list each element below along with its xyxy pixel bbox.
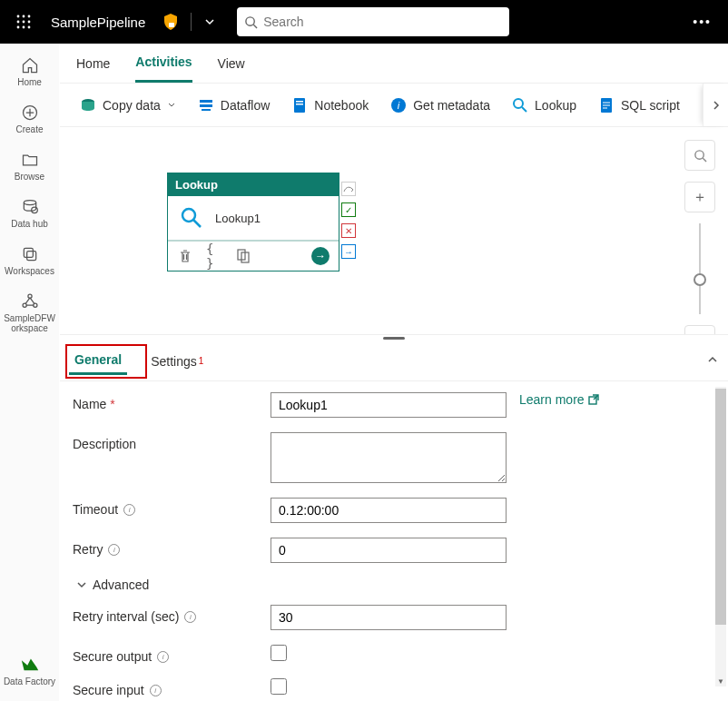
secure-output-checkbox[interactable] [271, 645, 287, 661]
nav-home[interactable]: Home [0, 54, 59, 89]
toolbar-copy-data[interactable]: Copy data [71, 93, 185, 118]
description-input[interactable] [271, 432, 507, 483]
collapse-panel-icon[interactable] [706, 353, 719, 369]
zoom-out-icon[interactable]: － [684, 325, 715, 334]
svg-rect-24 [296, 101, 303, 103]
toolbar-get-metadata[interactable]: i Get metadata [381, 93, 499, 118]
info-icon[interactable]: i [157, 651, 169, 663]
info-icon[interactable]: i [184, 611, 196, 623]
handle-completion-icon[interactable]: → [341, 244, 356, 259]
notebook-icon [291, 97, 308, 114]
app-name: SamplePipeline [51, 15, 145, 30]
svg-point-7 [23, 26, 25, 29]
timeout-label: Timeout i [73, 498, 271, 517]
chevron-down-icon [76, 579, 87, 590]
pipeline-canvas[interactable]: Lookup Lookup1 { } → ✓ ✕ [60, 127, 728, 334]
sensitivity-shield-icon[interactable] [158, 14, 183, 30]
folder-icon [21, 151, 39, 169]
info-icon[interactable]: i [123, 504, 135, 516]
general-form: Name * Learn more Description Timeout i … [60, 381, 728, 701]
svg-point-4 [23, 21, 25, 24]
workspaces-icon [21, 245, 39, 263]
info-icon[interactable]: i [150, 685, 162, 696]
form-scrollbar[interactable]: ▼ [715, 387, 726, 686]
app-launcher-icon[interactable] [7, 5, 40, 38]
plus-circle-icon [21, 104, 39, 122]
pipeline-chevron-down-icon[interactable] [199, 16, 221, 27]
top-app-bar: SamplePipeline ••• [0, 0, 728, 44]
learn-more-link[interactable]: Learn more [519, 392, 599, 407]
retry-input[interactable] [271, 538, 507, 563]
zoom-in-icon[interactable]: ＋ [684, 182, 715, 212]
global-search[interactable] [237, 7, 509, 36]
clone-icon[interactable] [235, 248, 251, 264]
secure-input-checkbox[interactable] [271, 678, 287, 695]
lookup-icon [179, 205, 204, 231]
name-input[interactable] [271, 392, 507, 418]
nav-sample-workspace[interactable]: SampleDFWorkspace [0, 291, 59, 335]
more-actions-icon[interactable]: ••• [693, 15, 712, 29]
zoom-search-icon[interactable] [684, 140, 715, 171]
svg-point-8 [28, 26, 31, 29]
nav-browse[interactable]: Browse [0, 149, 59, 183]
handle-failure-icon[interactable]: ✕ [341, 223, 356, 238]
left-nav: Home Create Browse Data hub Workspaces S… [0, 44, 60, 701]
nav-workspaces[interactable]: Workspaces [0, 243, 59, 278]
toolbar-dataflow[interactable]: Dataflow [189, 93, 279, 118]
svg-point-12 [24, 201, 35, 205]
graph-icon [21, 292, 39, 311]
svg-rect-22 [202, 109, 211, 111]
svg-rect-20 [200, 100, 212, 103]
tab-home[interactable]: Home [76, 44, 110, 83]
activity-output-handles: ✓ ✕ → [341, 182, 356, 259]
svg-rect-14 [24, 248, 33, 257]
toolbar-overflow-icon[interactable] [703, 84, 728, 126]
retry-interval-input[interactable] [271, 605, 507, 630]
svg-point-18 [33, 303, 36, 307]
svg-point-33 [694, 150, 703, 158]
svg-point-5 [28, 21, 31, 24]
tab-activities[interactable]: Activities [135, 44, 192, 83]
copy-data-icon [80, 97, 96, 114]
run-icon[interactable]: → [311, 247, 330, 265]
secure-input-label: Secure input i [73, 678, 271, 697]
prop-tab-general[interactable]: General [69, 348, 127, 375]
ribbon-tabs: Home Activities View [60, 44, 728, 84]
search-input[interactable] [263, 15, 502, 29]
handle-skip-icon[interactable] [341, 182, 356, 196]
retry-interval-label: Retry interval (sec) i [73, 605, 271, 624]
svg-point-1 [23, 15, 25, 18]
zoom-slider[interactable] [699, 223, 701, 314]
svg-point-30 [182, 209, 195, 222]
activity-name: Lookup1 [215, 212, 261, 225]
tab-view[interactable]: View [218, 44, 245, 83]
panel-resize-handle[interactable] [60, 334, 728, 341]
description-label: Description [73, 432, 271, 451]
nav-create[interactable]: Create [0, 102, 59, 136]
svg-rect-21 [200, 104, 212, 107]
retry-label: Retry i [73, 538, 271, 557]
svg-point-0 [17, 15, 20, 18]
advanced-toggle[interactable]: Advanced [76, 578, 728, 592]
svg-point-28 [514, 99, 523, 108]
nav-data-factory[interactable]: Data Factory [0, 652, 59, 688]
toolbar-sql-script[interactable]: SQL script [589, 93, 689, 118]
toolbar-lookup[interactable]: Lookup [503, 93, 585, 118]
code-icon[interactable]: { } [206, 248, 222, 264]
nav-data-hub[interactable]: Data hub [0, 196, 59, 231]
toolbar-notebook[interactable]: Notebook [282, 93, 378, 118]
lookup-icon [512, 97, 528, 114]
handle-success-icon[interactable]: ✓ [341, 202, 356, 217]
svg-point-17 [23, 303, 26, 307]
database-icon [21, 198, 39, 216]
prop-tab-settings[interactable]: Settings1 [145, 348, 209, 375]
data-factory-icon [20, 654, 40, 674]
delete-icon[interactable] [177, 248, 193, 264]
timeout-input[interactable] [271, 498, 507, 523]
activity-lookup1[interactable]: Lookup Lookup1 { } → [167, 173, 339, 272]
secure-output-label: Secure output i [73, 645, 271, 664]
activity-type-label: Lookup [168, 173, 339, 196]
info-icon[interactable]: i [108, 544, 120, 556]
svg-rect-9 [169, 23, 174, 27]
activities-toolbar: Copy data Dataflow Notebook i Get metada… [60, 84, 728, 127]
